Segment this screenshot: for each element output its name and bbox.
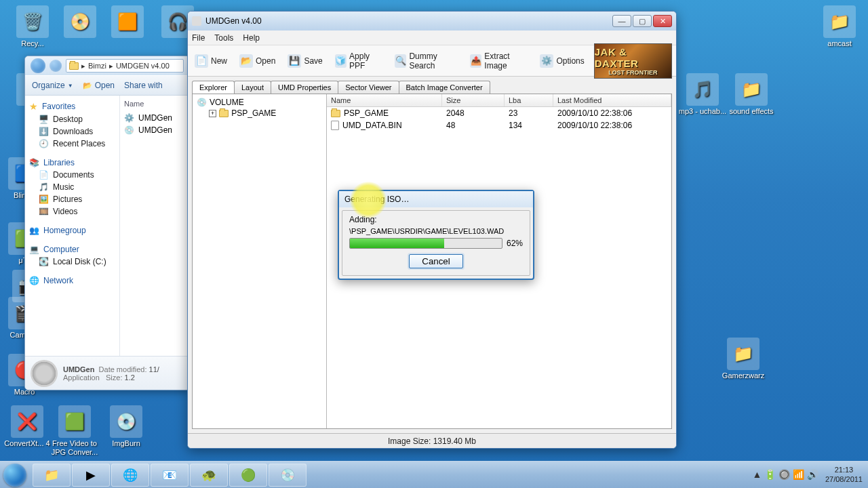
details-pane: UMDGen Date modified: 11/ Application Si…: [25, 356, 189, 390]
nav-videos[interactable]: 🎞️Videos: [28, 205, 117, 218]
breadcrumb[interactable]: Bimzi: [88, 62, 106, 70]
column-name[interactable]: Name: [124, 98, 185, 112]
dialog-title[interactable]: Generating ISO…: [339, 191, 533, 207]
desktop-icon[interactable]: 📁amcast: [815, 5, 864, 48]
titlebar[interactable]: UMDGen v4.00 — ▢ ✕: [188, 12, 676, 30]
tab-layout[interactable]: Layout: [234, 81, 271, 94]
tab-strip: Explorer Layout UMD Properties Sector Vi…: [192, 81, 672, 94]
list-header: Name Size Lba Last Modified: [327, 94, 671, 107]
menu-file[interactable]: File: [192, 33, 205, 43]
clock[interactable]: 21:13 27/08/2011: [825, 466, 863, 483]
system-tray: ▲ 🔋 🔘 📶 🔊 21:13 27/08/2011: [753, 466, 863, 483]
desktop-icon[interactable]: 📀: [56, 5, 104, 39]
col-name[interactable]: Name: [327, 94, 442, 106]
taskbar-item[interactable]: 🌐: [111, 464, 149, 487]
minimize-button[interactable]: —: [612, 15, 631, 27]
nav-back-button[interactable]: [31, 58, 45, 73]
tab-umd-properties[interactable]: UMD Properties: [271, 81, 338, 94]
address-bar[interactable]: ▸Bimzi ▸UMDGEN v4.00: [66, 59, 184, 73]
file-icon: [331, 121, 339, 130]
nav-downloads[interactable]: ⬇️Downloads: [28, 125, 117, 138]
nav-libraries[interactable]: 📚Libraries: [28, 157, 117, 169]
desktop-icon[interactable]: 🎵mp3 - uchab...: [678, 73, 727, 116]
status-bar: Image Size: 1319.40 Mb: [188, 433, 676, 448]
game-logo: JAK & DAXTER LOST FRONTIER: [594, 43, 672, 79]
taskbar: 📁▶🌐📧🐢🟢💿 ▲ 🔋 🔘 📶 🔊 21:13 27/08/2011: [0, 461, 868, 488]
progress-bar: [349, 238, 502, 249]
new-button[interactable]: 📄New: [192, 52, 230, 70]
tab-batch-image-converter[interactable]: Batch Image Converter: [399, 81, 490, 94]
taskbar-item[interactable]: 📁: [33, 464, 71, 487]
list-row[interactable]: UMD_DATA.BIN 48 134 2009/10/10 22:38:06: [327, 119, 671, 131]
desktop-icon[interactable]: 📁sound effects: [727, 73, 776, 116]
nav-network[interactable]: 🌐Network: [28, 274, 117, 287]
nav-recent-places[interactable]: 🕘Recent Places: [28, 138, 117, 150]
taskbar-item[interactable]: 🐢: [190, 464, 228, 487]
taskbar-items: 📁▶🌐📧🐢🟢💿: [30, 462, 307, 488]
tray-icons[interactable]: ▲ 🔋 🔘 📶 🔊: [753, 469, 818, 481]
nav-music[interactable]: 🎵Music: [28, 181, 117, 193]
close-button[interactable]: ✕: [653, 15, 672, 27]
tab-sector-viewer[interactable]: Sector Viewer: [338, 81, 399, 94]
explorer-nav-pane: ★Favorites 🖥️Desktop ⬇️Downloads 🕘Recent…: [25, 96, 120, 356]
nav-favorites[interactable]: ★Favorites: [28, 100, 117, 113]
col-lba[interactable]: Lba: [505, 94, 553, 106]
desktop-icon[interactable]: 🟧: [103, 5, 152, 39]
tree-pane: 💿VOLUME +PSP_GAME: [193, 94, 327, 428]
adding-label: Adding:: [349, 215, 523, 224]
nav-pictures[interactable]: 🖼️Pictures: [28, 193, 117, 205]
extract-image-button[interactable]: 📤Extract Image: [467, 49, 530, 73]
open-button[interactable]: 📂Open: [237, 52, 278, 70]
save-button[interactable]: 💾Save: [285, 52, 325, 70]
maximize-button[interactable]: ▢: [633, 15, 652, 27]
taskbar-item[interactable]: ▶: [72, 464, 110, 487]
detail-name: UMDGen: [63, 365, 94, 373]
nav-local-disk[interactable]: 💽Local Disk (C:): [28, 256, 117, 268]
progress-percent: 62%: [507, 239, 523, 248]
organize-button[interactable]: Organize ▼: [32, 81, 73, 90]
nav-documents[interactable]: 📄Documents: [28, 169, 117, 181]
cancel-button[interactable]: Cancel: [409, 254, 463, 268]
adding-path: \PSP_GAME\USRDIR\GAME\LEVEL103.WAD: [349, 227, 523, 235]
desktop-icon[interactable]: 🗑️Recy...: [8, 5, 57, 48]
taskbar-item[interactable]: 🟢: [229, 464, 267, 487]
taskbar-item[interactable]: 💿: [269, 464, 307, 487]
menu-help[interactable]: Help: [243, 33, 260, 43]
nav-homegroup[interactable]: 👥Homegroup: [28, 224, 117, 237]
toolbar: 📄New 📂Open 💾Save 🧊Apply PPF 🔍Dummy Searc…: [188, 45, 676, 77]
progress-dialog: Generating ISO… Adding: \PSP_GAME\USRDIR…: [338, 190, 534, 280]
col-modified[interactable]: Last Modified: [553, 94, 671, 106]
file-item[interactable]: ⚙️UMDGen: [124, 112, 185, 124]
start-button[interactable]: [0, 462, 30, 489]
apply-ppf-button[interactable]: 🧊Apply PPF: [332, 49, 385, 73]
col-size[interactable]: Size: [442, 94, 505, 106]
desktop-icon[interactable]: 📁Gamerzwarz: [719, 338, 768, 380]
desktop-icon[interactable]: 💿ImgBurn: [102, 405, 151, 448]
nav-forward-button[interactable]: [50, 60, 62, 72]
explorer-toolbar: Organize ▼ 📂Open Share with: [25, 75, 189, 96]
breadcrumb[interactable]: UMDGEN v4.00: [116, 62, 170, 70]
explorer-file-list: Name ⚙️UMDGen 💿UMDGen: [120, 96, 189, 356]
options-button[interactable]: ⚙️Options: [537, 52, 587, 70]
explorer-navbar: ▸Bimzi ▸UMDGEN v4.00: [25, 56, 189, 75]
folder-icon: [331, 110, 340, 117]
explorer-window: ▸Bimzi ▸UMDGEN v4.00 Organize ▼ 📂Open Sh…: [24, 56, 190, 390]
app-icon: [192, 16, 201, 26]
taskbar-item[interactable]: 📧: [151, 464, 189, 487]
desktop-icon[interactable]: 🟩Free Video to JPG Conver...: [50, 405, 99, 457]
tab-explorer[interactable]: Explorer: [192, 81, 235, 94]
tree-volume[interactable]: 💿VOLUME: [197, 97, 322, 108]
menu-tools[interactable]: Tools: [214, 33, 233, 43]
open-button[interactable]: 📂Open: [83, 81, 115, 90]
window-title: UMDGen v4.00: [205, 16, 608, 26]
file-thumbnail-icon: [31, 360, 58, 387]
dummy-search-button[interactable]: 🔍Dummy Search: [392, 49, 460, 73]
tree-psp-game[interactable]: +PSP_GAME: [197, 108, 322, 119]
share-with-button[interactable]: Share with: [124, 81, 163, 90]
desktop-icon[interactable]: ❌ConvertXt... 4: [3, 405, 52, 448]
nav-desktop[interactable]: 🖥️Desktop: [28, 113, 117, 125]
file-item[interactable]: 💿UMDGen: [124, 124, 185, 136]
nav-computer[interactable]: 💻Computer: [28, 243, 117, 256]
list-row[interactable]: PSP_GAME 2048 23 2009/10/10 22:38:06: [327, 107, 671, 119]
